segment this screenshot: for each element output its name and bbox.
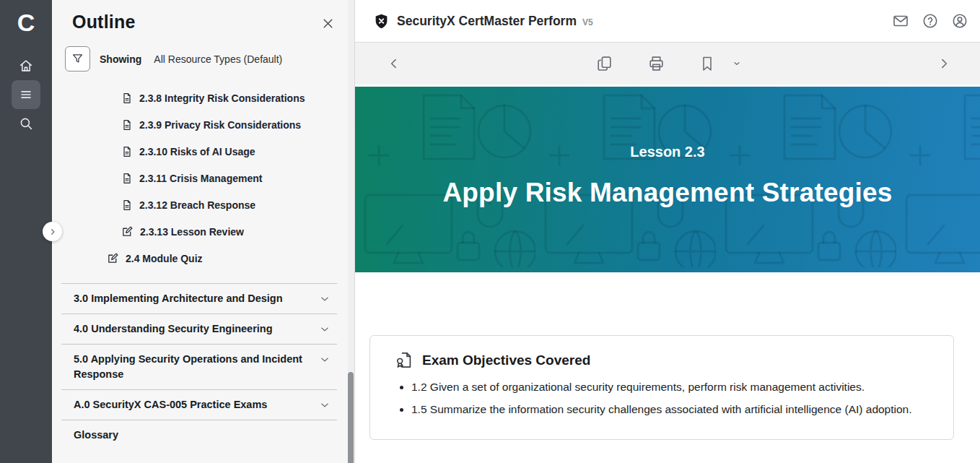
outline-item-label: 2.3.12 Breach Response (139, 199, 255, 211)
chevron-down-icon (318, 293, 331, 306)
outline-section[interactable]: 4.0 Understanding Security Engineering (61, 313, 337, 344)
outline-title: Outline (72, 12, 136, 33)
bookmark-menu-button[interactable] (731, 58, 743, 69)
rail-home-button[interactable] (12, 51, 40, 80)
edit-icon (121, 225, 134, 238)
rail-search-button[interactable] (12, 109, 40, 138)
outline-panel: Outline Showing All Resource Types (Defa… (52, 0, 354, 463)
print-button[interactable] (647, 55, 665, 73)
close-icon (320, 16, 336, 31)
exam-objectives-list: 1.2 Given a set of organizational securi… (395, 378, 933, 418)
outline-item-label: 2.4 Module Quiz (126, 253, 203, 264)
outline-section-label: Glossary (74, 429, 118, 441)
lesson-content: Exam Objectives Covered 1.2 Given a set … (355, 272, 980, 463)
exam-objectives-card: Exam Objectives Covered 1.2 Given a set … (369, 335, 954, 440)
document-icon (121, 119, 133, 131)
outline-section-list: 3.0 Implementing Architecture and Design… (61, 283, 337, 450)
outline-section-label: 4.0 Understanding Security Engineering (74, 323, 273, 334)
document-icon (121, 199, 133, 211)
outline-section-label: 3.0 Implementing Architecture and Design (74, 293, 283, 304)
chevron-down-icon (318, 399, 331, 412)
chevron-right-icon (937, 56, 951, 71)
account-icon (951, 12, 968, 30)
shield-logo-icon (373, 13, 390, 30)
rail-nav (0, 51, 52, 138)
outline-section[interactable]: A.0 SecurityX CAS-005 Practice Exams (61, 389, 337, 420)
outline-item[interactable]: 2.3.13 Lesson Review (52, 218, 354, 245)
outline-section-label: 5.0 Applying Security Operations and Inc… (74, 353, 302, 380)
bookmark-icon (699, 55, 716, 72)
account-button[interactable] (951, 12, 968, 30)
mail-button[interactable] (892, 12, 909, 30)
left-rail: C (0, 0, 52, 463)
app-logo: C (0, 0, 52, 40)
rail-outline-button[interactable] (12, 80, 40, 109)
exam-objectives-title: Exam Objectives Covered (422, 352, 590, 368)
chevron-down-icon (318, 353, 331, 366)
document-icon (121, 173, 133, 184)
lesson-toolbar (355, 43, 980, 85)
print-icon (647, 55, 665, 73)
outline-item-label: 2.3.13 Lesson Review (140, 226, 244, 238)
header-actions (892, 12, 968, 30)
outline-item[interactable]: 2.4 Module Quiz (52, 245, 354, 272)
showing-label: Showing (100, 53, 141, 65)
mail-icon (892, 12, 909, 30)
copy-icon (595, 55, 613, 73)
search-icon (18, 116, 34, 131)
document-icon (121, 146, 133, 157)
outline-item-list: 2.3.8 Integrity Risk Considerations2.3.9… (52, 85, 354, 272)
copy-button[interactable] (595, 55, 613, 73)
certificate-icon (395, 350, 414, 370)
outline-item[interactable]: 2.3.11 Crisis Management (52, 165, 354, 191)
outline-item[interactable]: 2.3.10 Risks of AI Usage (52, 138, 354, 165)
outline-item-label: 2.3.10 Risks of AI Usage (139, 146, 255, 157)
chevron-left-icon (387, 56, 401, 71)
outline-section-label: A.0 SecurityX CAS-005 Practice Exams (74, 399, 267, 410)
chevron-down-icon (318, 323, 331, 336)
main-column: SecurityX CertMaster Perform V5 (354, 0, 980, 463)
outline-scrollbar-thumb[interactable] (348, 372, 354, 463)
outline-item-label: 2.3.8 Integrity Risk Considerations (139, 92, 305, 104)
close-outline-button[interactable] (320, 16, 336, 34)
outline-section[interactable]: Glossary (61, 420, 337, 450)
filter-value: All Resource Types (Default) (154, 53, 282, 65)
outline-section[interactable]: 3.0 Implementing Architecture and Design (61, 283, 337, 313)
outline-item[interactable]: 2.3.12 Breach Response (52, 191, 354, 218)
previous-page-button[interactable] (387, 56, 401, 71)
funnel-icon (71, 52, 84, 66)
home-icon (18, 58, 34, 74)
lesson-number-label: Lesson 2.3 (630, 144, 704, 160)
product-title: SecurityX CertMaster Perform (397, 14, 577, 29)
app-header: SecurityX CertMaster Perform V5 (355, 0, 980, 43)
version-label: V5 (582, 17, 593, 27)
chevron-right-icon (48, 228, 57, 236)
lesson-title: Apply Risk Management Strategies (442, 178, 892, 208)
panel-expander-button[interactable] (43, 222, 62, 241)
bookmark-button[interactable] (699, 55, 716, 72)
outline-scrollbar[interactable] (348, 0, 354, 463)
filter-button[interactable] (65, 46, 90, 72)
edit-icon (107, 252, 119, 264)
next-page-button[interactable] (937, 56, 951, 71)
outline-section[interactable]: 5.0 Applying Security Operations and Inc… (61, 344, 337, 389)
caret-down-icon (731, 58, 743, 69)
lesson-hero-banner: Lesson 2.3 Apply Risk Management Strateg… (355, 87, 980, 272)
document-icon (121, 92, 133, 104)
menu-icon (18, 87, 34, 103)
help-icon (922, 12, 939, 30)
outline-item[interactable]: 2.3.8 Integrity Risk Considerations (52, 85, 354, 111)
help-button[interactable] (922, 12, 939, 30)
outline-item-label: 2.3.11 Crisis Management (139, 173, 262, 184)
outline-item-label: 2.3.9 Privacy Risk Considerations (139, 119, 301, 131)
objective-bullet: 1.2 Given a set of organizational securi… (411, 378, 933, 396)
objective-bullet: 1.5 Summarize the information security c… (411, 401, 933, 418)
outline-item[interactable]: 2.3.9 Privacy Risk Considerations (52, 111, 354, 138)
